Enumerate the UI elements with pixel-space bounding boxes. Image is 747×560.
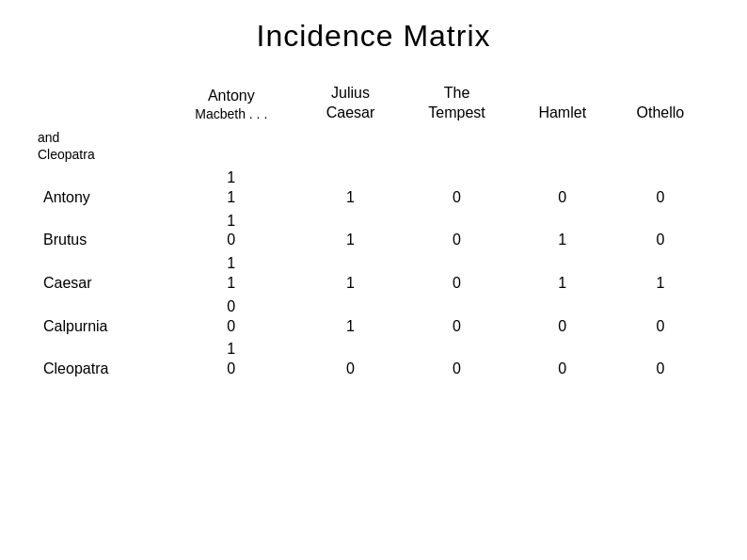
cell-brutus-antony: 1 0	[162, 210, 301, 253]
table-row: Brutus 1 0 1 0 1 0	[38, 210, 709, 253]
cell-cleopatra-julius: 0	[301, 338, 401, 381]
cell-antony-othello: 0	[612, 167, 709, 210]
cell-brutus-julius: 1	[301, 210, 401, 253]
col-the-header-top: The Tempest	[400, 82, 513, 127]
header-row-1: Antony Macbeth . . . Julius Caesar The T…	[38, 82, 709, 127]
cell-calpurnia-julius: 1	[301, 296, 401, 339]
cell-cleopatra-hamlet: 0	[514, 338, 612, 381]
cell-antony-julius: 1	[301, 167, 401, 210]
incidence-matrix: Antony Macbeth . . . Julius Caesar The T…	[38, 82, 709, 381]
col-antony-header-top: Antony Macbeth . . .	[162, 82, 301, 127]
row-label-calpurnia: Calpurnia	[38, 296, 162, 339]
cell-caesar-othello: 1	[612, 252, 709, 296]
cell-calpurnia-the: 0	[400, 296, 513, 339]
cell-calpurnia-hamlet: 0	[514, 296, 612, 339]
row-label-antony: Antony	[38, 167, 162, 210]
cell-antony-antony: 1 1	[162, 167, 301, 210]
cell-brutus-the: 0	[400, 210, 513, 253]
cell-brutus-hamlet: 1	[514, 210, 612, 253]
cell-brutus-othello: 0	[612, 210, 709, 253]
col-othello-header-top: Othello	[612, 82, 709, 127]
cell-caesar-julius: 1	[301, 252, 401, 296]
table-row: Antony 1 1 1 0 0 0	[38, 167, 709, 210]
header-and-cleopatra: and Cleopatra	[38, 127, 162, 167]
cell-caesar-antony: 1 1	[162, 252, 301, 296]
table-row: Cleopatra 1 0 0 0 0	[38, 338, 709, 381]
col-hamlet-header-top: Hamlet	[514, 82, 612, 127]
page-title: Incidence Matrix	[38, 19, 709, 54]
cell-cleopatra-antony: 1 0	[162, 338, 301, 381]
cell-caesar-the: 0	[400, 252, 513, 296]
cell-cleopatra-the: 0	[400, 338, 513, 381]
table-row: Calpurnia 0 0 1 0 0	[38, 296, 709, 339]
page: Incidence Matrix Antony Macbeth . . . Ju…	[0, 0, 747, 560]
header-row-2: and Cleopatra	[38, 127, 709, 167]
row-label-caesar: Caesar	[38, 252, 162, 296]
cell-calpurnia-antony: 0 0	[162, 296, 301, 339]
table-row: Caesar 1 1 1 0 1 1	[38, 252, 709, 296]
row-label-brutus: Brutus	[38, 210, 162, 253]
cell-cleopatra-othello: 0	[612, 338, 709, 381]
cell-antony-the: 0	[400, 167, 513, 210]
cell-antony-hamlet: 0	[514, 167, 612, 210]
col-julius-header-top: Julius Caesar	[301, 82, 401, 127]
row-label-cleopatra: Cleopatra	[38, 338, 162, 381]
cell-calpurnia-othello: 0	[612, 296, 709, 339]
matrix-container: Antony Macbeth . . . Julius Caesar The T…	[38, 82, 709, 381]
header-row-label-empty	[38, 82, 162, 127]
cell-caesar-hamlet: 1	[514, 252, 612, 296]
